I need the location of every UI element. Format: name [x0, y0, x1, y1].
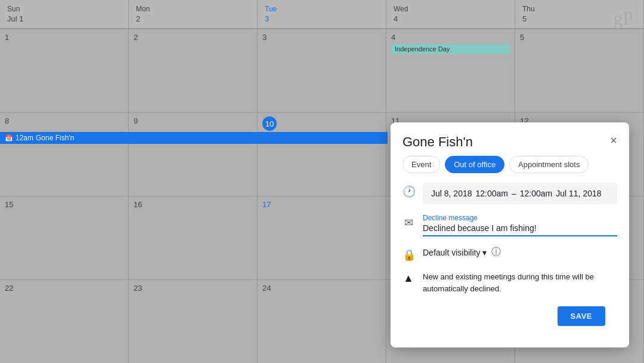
modal-content: 🕐 Jul 8, 2018 12:00am – 12:00am Jul 11, … [391, 183, 629, 347]
time-end: 12:00am [520, 189, 552, 198]
decline-label: Decline message [423, 214, 617, 222]
warning-text: New and existing meetings during this ti… [423, 271, 617, 294]
date-time-row: 🕐 Jul 8, 2018 12:00am – 12:00am Jul 11, … [402, 183, 617, 204]
visibility-select-row: Default visibility ▾ ⓘ [423, 246, 617, 259]
modal-footer: SAVE [402, 306, 617, 336]
save-button[interactable]: SAVE [558, 306, 605, 326]
help-icon[interactable]: ⓘ [491, 246, 501, 259]
date-end: Jul 11, 2018 [556, 189, 601, 198]
decline-message-row: ✉ Decline message Declined because I am … [402, 214, 617, 236]
tab-event[interactable]: Event [402, 156, 440, 173]
decline-field: Decline message Declined because I am fi… [423, 214, 617, 236]
visibility-label: Default visibility [423, 248, 480, 257]
modal-header: Gone Fish'n × [391, 122, 629, 156]
visibility-row: 🔒 Default visibility ▾ ⓘ [402, 246, 617, 262]
decline-input-wrap[interactable]: Declined because I am fishing! [423, 223, 617, 236]
close-button[interactable]: × [610, 134, 617, 146]
warning-row: ▲ New and existing meetings during this … [402, 271, 617, 294]
time-dash: – [512, 189, 516, 198]
event-modal: Gone Fish'n × Event Out of office Appoin… [391, 122, 629, 347]
warning-icon: ▲ [402, 272, 414, 285]
modal-tabs: Event Out of office Appointment slots [391, 156, 629, 183]
lock-icon: 🔒 [402, 248, 414, 262]
date-start: Jul 8, 2018 [431, 189, 472, 198]
decline-value: Declined because I am fishing! [423, 223, 617, 233]
modal-overlay: Gone Fish'n × Event Out of office Appoin… [0, 0, 644, 363]
dropdown-arrow-icon: ▾ [482, 248, 487, 257]
tab-out-of-office[interactable]: Out of office [445, 156, 504, 173]
visibility-dropdown[interactable]: Default visibility ▾ [423, 248, 487, 257]
email-icon: ✉ [402, 216, 414, 229]
clock-icon: 🕐 [402, 185, 414, 198]
modal-title: Gone Fish'n [402, 134, 473, 150]
date-range[interactable]: Jul 8, 2018 12:00am – 12:00am Jul 11, 20… [423, 183, 617, 204]
time-start: 12:00am [476, 189, 508, 198]
tab-appointment-slots[interactable]: Appointment slots [509, 156, 589, 173]
